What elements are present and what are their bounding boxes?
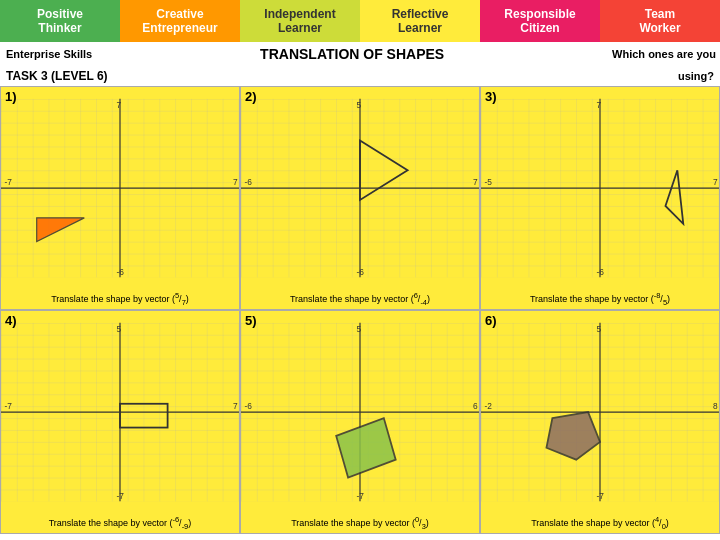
caption-1: Translate the shape by vector (5/7) <box>1 289 239 309</box>
svg-text:7: 7 <box>116 100 121 110</box>
svg-text:-6: -6 <box>245 401 253 411</box>
main-title: TRANSLATION OF SHAPES <box>92 46 612 62</box>
which-ones-label: Which ones are you <box>612 48 720 60</box>
svg-text:5: 5 <box>356 324 361 334</box>
enterprise-label: Enterprise Skills <box>0 48 92 60</box>
svg-text:7: 7 <box>233 177 238 187</box>
grid-cell-6: 6) 8 -2 5 -7 <box>480 310 720 534</box>
caption-2: Translate the shape by vector (6/-4) <box>241 289 479 309</box>
tab-positive-thinker[interactable]: PositiveThinker <box>0 0 120 42</box>
svg-text:-7: -7 <box>356 491 364 501</box>
svg-text:-6: -6 <box>245 177 253 187</box>
caption-6: Translate the shape by vector (4/0) <box>481 513 719 533</box>
grid-cell-5: 5) 6 -6 5 -7 <box>240 310 480 534</box>
grids-container: 1) 7 -7 <box>0 86 720 534</box>
task-label: TASK 3 (LEVEL 6) <box>0 69 108 83</box>
svg-text:5: 5 <box>116 324 121 334</box>
tab-team-worker[interactable]: TeamWorker <box>600 0 720 42</box>
svg-text:-7: -7 <box>5 401 13 411</box>
svg-text:-7: -7 <box>116 491 124 501</box>
using-label: using? <box>678 70 720 82</box>
svg-text:7: 7 <box>713 177 718 187</box>
caption-5: Translate the shape by vector (0/3) <box>241 513 479 533</box>
caption-4: Translate the shape by vector (-6/-9) <box>1 513 239 533</box>
grid-cell-1: 1) 7 -7 <box>0 86 240 310</box>
grid-cell-3: 3) 7 -5 7 -6 <box>480 86 720 310</box>
svg-text:5: 5 <box>356 100 361 110</box>
tab-responsible-citizen[interactable]: ResponsibleCitizen <box>480 0 600 42</box>
grid-cell-4: 4) 7 -7 5 -7 <box>0 310 240 534</box>
tab-independent-learner[interactable]: IndependentLearner <box>240 0 360 42</box>
svg-text:7: 7 <box>233 401 238 411</box>
tab-creative-entrepreneur[interactable]: CreativeEntrepreneur <box>120 0 240 42</box>
svg-text:7: 7 <box>596 100 601 110</box>
grid-cell-2: 2) 7 -6 5 -6 <box>240 86 480 310</box>
svg-text:5: 5 <box>596 324 601 334</box>
svg-text:-5: -5 <box>485 177 493 187</box>
svg-text:-6: -6 <box>356 267 364 277</box>
caption-3: Translate the shape by vector (-8/5) <box>481 289 719 309</box>
svg-text:6: 6 <box>473 401 478 411</box>
svg-text:-7: -7 <box>5 177 13 187</box>
svg-text:-6: -6 <box>596 267 604 277</box>
svg-text:-2: -2 <box>485 401 493 411</box>
svg-text:8: 8 <box>713 401 718 411</box>
svg-text:7: 7 <box>473 177 478 187</box>
tab-reflective-learner[interactable]: ReflectiveLearner <box>360 0 480 42</box>
svg-text:-7: -7 <box>596 491 604 501</box>
svg-text:-6: -6 <box>116 267 124 277</box>
header-tabs: PositiveThinker CreativeEntrepreneur Ind… <box>0 0 720 42</box>
